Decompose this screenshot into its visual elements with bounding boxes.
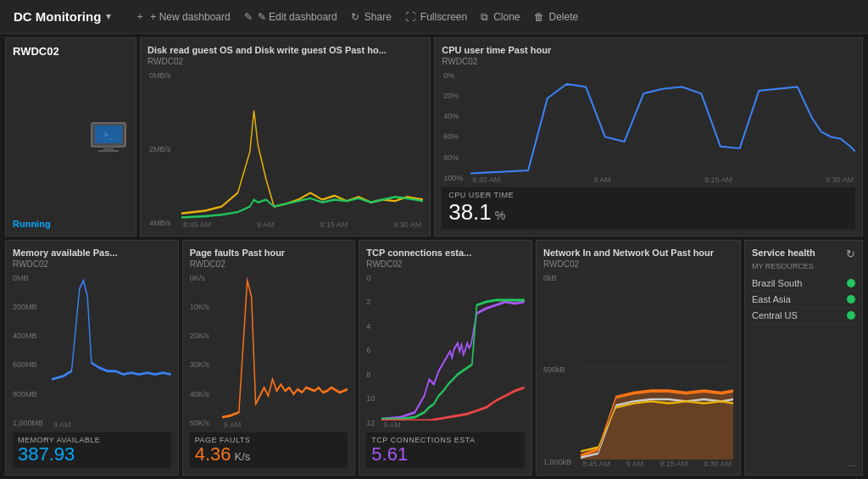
row-1: RWDC02 >_ Running Disk read guest OS and… <box>5 37 863 237</box>
chevron-down-icon[interactable]: ▾ <box>106 11 111 22</box>
east-asia-status-dot <box>847 295 855 304</box>
disk-chart-title: Disk read guest OS and Disk write guest … <box>147 45 423 55</box>
brazil-south-status-dot <box>847 279 855 287</box>
cpu-chart-title: CPU user time Past hour <box>442 45 855 55</box>
monitor-icon: >_ <box>88 121 129 155</box>
fullscreen-button[interactable]: ⛶ Fullscreen <box>405 9 467 24</box>
svg-text:>_: >_ <box>103 130 114 140</box>
svg-rect-2 <box>103 147 114 150</box>
pagefaults-chart-svg <box>222 272 348 421</box>
edit-dashboard-button[interactable]: ✎ ✎ Edit dashboard <box>244 9 337 24</box>
list-item: Central US <box>752 308 855 324</box>
new-dashboard-button[interactable]: ＋ + New dashboard <box>135 9 230 24</box>
network-title: Network In and Network Out Past hour <box>543 248 733 258</box>
memory-title: Memory available Pas... <box>13 248 171 258</box>
memory-subtitle: RWDC02 <box>13 259 171 269</box>
pagefaults-card: Page faults Past hour RWDC02 50K/s 40K/s… <box>182 240 356 476</box>
service-health-subtitle: MY RESOURCES <box>752 262 855 270</box>
cpu-chart-card: CPU user time Past hour RWDC02 100% 80% … <box>434 37 863 237</box>
tcp-x-labels: 9 AM <box>381 421 525 429</box>
memory-metric-value: 387.93 <box>18 444 75 465</box>
disk-chart-card: Disk read guest OS and Disk write guest … <box>140 37 431 237</box>
service-health-items: Brazil South East Asia Central US <box>752 276 855 324</box>
tcp-subtitle: RWDC02 <box>366 259 525 269</box>
clone-icon: ⧉ <box>481 11 488 23</box>
memory-metric-block: MEMORY AVAILABLE 387.93 <box>13 432 171 468</box>
fullscreen-icon: ⛶ <box>405 11 415 23</box>
cpu-chart-svg <box>470 70 855 175</box>
east-asia-label: East Asia <box>752 294 791 304</box>
service-health-title: Service health <box>752 248 815 258</box>
disk-x-labels: 8:45 AM 9 AM 9:15 AM 9:30 AM <box>181 220 423 229</box>
network-chart-svg <box>581 272 733 460</box>
brazil-south-label: Brazil South <box>752 278 802 288</box>
tcp-title: TCP connections esta... <box>366 248 525 258</box>
pagefaults-metric-value: 4.36 <box>195 444 231 465</box>
memory-x-labels: 9 AM <box>52 421 171 429</box>
delete-button[interactable]: 🗑 Delete <box>534 9 579 24</box>
title-text: DC Monitoring <box>14 9 101 24</box>
pagefaults-subtitle: RWDC02 <box>190 259 348 269</box>
central-us-status-dot <box>847 311 855 320</box>
vm-name: RWDC02 <box>13 45 129 58</box>
share-button[interactable]: ↻ Share <box>351 9 392 24</box>
pagefaults-title: Page faults Past hour <box>190 248 348 258</box>
tcp-metric-block: TCP CONNECTIONS ESTA 5.61 <box>366 432 525 468</box>
list-item: East Asia <box>752 292 855 308</box>
central-us-label: Central US <box>752 310 798 320</box>
svg-rect-3 <box>98 150 119 152</box>
tcp-chart-svg <box>381 272 525 421</box>
list-item: Brazil South <box>752 276 855 292</box>
cpu-x-labels: 8:45 AM 9 AM 9:15 AM 9:30 AM <box>470 175 855 184</box>
plus-icon: ＋ <box>135 9 145 24</box>
clone-button[interactable]: ⧉ Clone <box>481 9 520 24</box>
dashboard: RWDC02 >_ Running Disk read guest OS and… <box>0 34 868 479</box>
topbar: DC Monitoring ▾ ＋ + New dashboard ✎ ✎ Ed… <box>0 0 868 34</box>
memory-card: Memory available Pas... RWDC02 1,000MB 8… <box>5 240 179 476</box>
vm-status-card: RWDC02 >_ Running <box>5 37 136 237</box>
cpu-chart-subtitle: RWDC02 <box>442 57 855 66</box>
disk-chart-subtitle: RWDC02 <box>147 57 423 66</box>
pagefaults-x-labels: 9 AM <box>222 421 348 429</box>
status-badge: Running <box>13 219 129 229</box>
dashboard-title: DC Monitoring ▾ <box>14 9 111 24</box>
pagefaults-metric-block: PAGE FAULTS 4.36 K/s <box>190 432 348 468</box>
tcp-metric-value: 5.61 <box>371 444 408 465</box>
vm-icon-area: >_ <box>13 58 129 219</box>
memory-chart-svg <box>52 272 171 421</box>
service-health-more[interactable]: ... <box>752 458 855 468</box>
tcp-card: TCP connections esta... RWDC02 12 10 8 6… <box>359 240 532 476</box>
network-card: Network In and Network Out Past hour RWD… <box>536 240 741 476</box>
delete-icon: 🗑 <box>534 11 544 23</box>
refresh-icon[interactable]: ↻ <box>846 248 855 260</box>
edit-icon: ✎ <box>244 11 253 23</box>
network-x-labels: 8:45 AM 9 AM 9:15 AM 9:30 AM <box>581 460 733 468</box>
share-icon: ↻ <box>351 11 359 23</box>
network-subtitle: RWDC02 <box>543 259 733 269</box>
row-2: Memory available Pas... RWDC02 1,000MB 8… <box>5 240 863 476</box>
topbar-actions: ＋ + New dashboard ✎ ✎ Edit dashboard ↻ S… <box>135 9 578 24</box>
pagefaults-metric-unit: K/s <box>235 450 251 463</box>
service-health-card: Service health ↻ MY RESOURCES Brazil Sou… <box>744 240 863 476</box>
disk-chart-svg <box>181 70 423 220</box>
